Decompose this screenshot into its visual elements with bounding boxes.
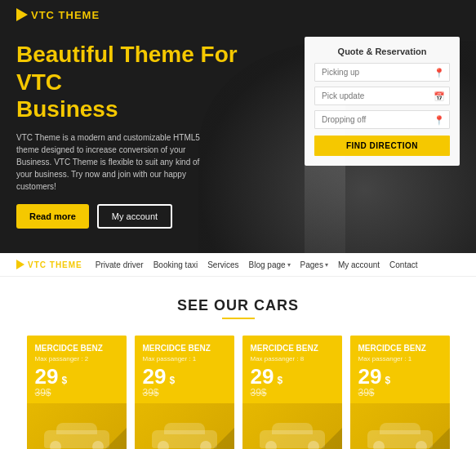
car-card-3-price-current: 29 xyxy=(251,366,274,387)
chevron-down-icon: ▾ xyxy=(325,261,328,269)
car-card-1-price-current: 29 xyxy=(35,366,59,387)
car-card-1[interactable]: MERCIDCE BENZ Max passanger : 2 29 $ 39$ xyxy=(27,336,127,449)
car-card-4[interactable]: MERCIDCE BENZ Max passanger : 1 29 $ 39$ xyxy=(350,336,450,449)
car-card-1-price: 29 $ xyxy=(35,366,118,387)
chevron-down-icon: ▾ xyxy=(287,261,291,269)
card-corner-1 xyxy=(102,428,127,449)
hero-content: Beautiful Theme For VTC Business VTC The… xyxy=(16,41,261,229)
read-more-button[interactable]: Read more xyxy=(16,204,89,229)
hero-navbar: VTC THEME xyxy=(0,0,476,29)
car-card-2[interactable]: MERCIDCE BENZ Max passanger : 1 29 $ 39$ xyxy=(135,336,234,449)
car-wheel-left-2 xyxy=(158,441,169,449)
car-wheel-left-1 xyxy=(50,441,61,449)
car-card-3-currency: $ xyxy=(277,375,282,386)
cars-section-underline xyxy=(222,318,255,319)
nav-items: Private driver Booking taxi Services Blo… xyxy=(96,260,460,269)
car-card-1-currency: $ xyxy=(61,375,67,386)
dropoff-location-icon: 📍 xyxy=(434,114,445,125)
pickup-input[interactable] xyxy=(314,63,450,82)
car-card-4-header: MERCIDCE BENZ Max passanger : 1 29 $ 39$ xyxy=(350,336,450,403)
nav-item-services[interactable]: Services xyxy=(207,260,238,269)
car-card-3-name: MERCIDCE BENZ xyxy=(251,344,334,353)
reservation-form: Quote & Reservation 📍 📅 📍 FIND DIRECTION xyxy=(305,37,460,166)
hero-title-main: Beautiful Theme For xyxy=(16,42,238,67)
nav-item-blog-page[interactable]: Blog page ▾ xyxy=(249,260,291,269)
main-navbar: VTC THEME Private driver Booking taxi Se… xyxy=(0,253,476,277)
car-card-3-header: MERCIDCE BENZ Max passanger : 8 29 $ 39$ xyxy=(242,336,342,403)
car-card-2-currency: $ xyxy=(169,375,175,386)
car-card-3-old-price: 39$ xyxy=(251,387,334,398)
hero-subtitle: VTC Theme is a modern and customizable H… xyxy=(16,131,212,193)
date-input[interactable] xyxy=(314,87,450,105)
car-card-2-header: MERCIDCE BENZ Max passanger : 1 29 $ 39$ xyxy=(135,336,234,403)
nav-item-my-account[interactable]: My account xyxy=(338,260,380,269)
logo-arrow-icon xyxy=(16,8,28,21)
car-card-4-passengers: Max passanger : 1 xyxy=(358,355,442,362)
car-card-3[interactable]: MERCIDCE BENZ Max passanger : 8 29 $ 39$ xyxy=(242,336,342,449)
car-card-2-price-current: 29 xyxy=(143,366,167,387)
car-card-1-passengers: Max passanger : 2 xyxy=(35,355,118,362)
nav-logo-arrow-icon xyxy=(16,260,24,269)
car-card-4-price: 29 $ xyxy=(358,366,442,387)
find-direction-button[interactable]: FIND DIRECTION xyxy=(314,136,450,156)
my-account-button[interactable]: My account xyxy=(97,204,172,229)
car-card-4-currency: $ xyxy=(385,375,390,386)
car-card-2-passengers: Max passanger : 1 xyxy=(143,355,226,362)
calendar-icon: 📅 xyxy=(434,91,445,101)
pickup-field: 📍 xyxy=(314,63,450,82)
hero-buttons: Read more My account xyxy=(16,204,261,229)
card-corner-3 xyxy=(318,428,342,449)
hero-title-business: Business xyxy=(16,96,118,122)
hero-logo[interactable]: VTC THEME xyxy=(16,8,100,21)
car-card-2-name: MERCIDCE BENZ xyxy=(143,344,226,353)
dropoff-input[interactable] xyxy=(314,110,450,129)
cars-grid: MERCIDCE BENZ Max passanger : 2 29 $ 39$ xyxy=(16,336,460,449)
car-wheel-left-3 xyxy=(265,441,277,449)
car-wheel-left-4 xyxy=(373,441,385,449)
hero-title-vtc: VTC xyxy=(16,69,62,95)
car-card-2-old-price: 39$ xyxy=(143,387,226,398)
nav-logo-text: VTC THEME xyxy=(28,260,82,269)
cars-section-title: SEE OUR CARS xyxy=(16,297,460,314)
nav-item-contact[interactable]: Contact xyxy=(389,260,417,269)
nav-item-booking-taxi[interactable]: Booking taxi xyxy=(153,260,198,269)
car-card-4-price-current: 29 xyxy=(358,366,382,387)
cars-section: SEE OUR CARS MERCIDCE BENZ Max passanger… xyxy=(0,277,476,449)
car-card-3-passengers: Max passanger : 8 xyxy=(251,355,334,362)
car-card-1-header: MERCIDCE BENZ Max passanger : 2 29 $ 39$ xyxy=(27,336,127,403)
dropoff-field: 📍 xyxy=(314,110,450,129)
car-card-3-price: 29 $ xyxy=(251,366,334,387)
car-card-4-name: MERCIDCE BENZ xyxy=(358,344,442,353)
car-card-1-name: MERCIDCE BENZ xyxy=(35,344,118,353)
car-card-1-old-price: 39$ xyxy=(35,387,118,398)
hero-logo-text: VTC THEME xyxy=(31,9,100,21)
car-card-2-price: 29 $ xyxy=(143,366,226,387)
reservation-title: Quote & Reservation xyxy=(314,47,450,56)
card-corner-2 xyxy=(210,428,234,449)
date-field: 📅 xyxy=(314,87,450,105)
car-card-4-old-price: 39$ xyxy=(358,387,442,398)
nav-item-pages[interactable]: Pages ▾ xyxy=(300,260,328,269)
hero-title: Beautiful Theme For VTC Business xyxy=(16,41,261,123)
nav-logo[interactable]: VTC THEME xyxy=(16,260,82,269)
pickup-location-icon: 📍 xyxy=(434,67,445,78)
card-corner-4 xyxy=(425,428,450,449)
hero-section: VTC THEME Beautiful Theme For VTC Busine… xyxy=(0,0,476,253)
nav-item-private-driver[interactable]: Private driver xyxy=(96,260,144,269)
